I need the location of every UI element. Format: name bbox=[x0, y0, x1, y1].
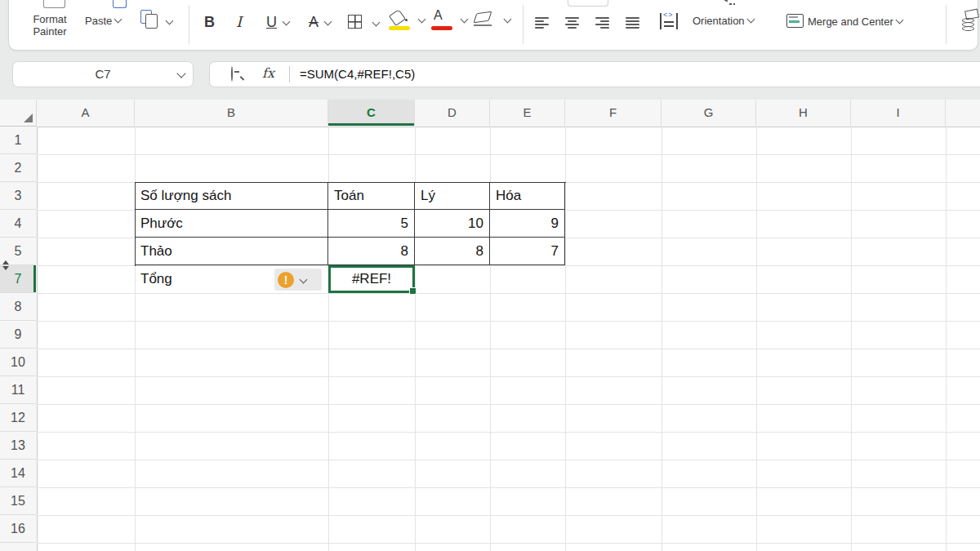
ribbon-divider bbox=[946, 5, 947, 44]
font-color-button[interactable]: A bbox=[431, 8, 470, 36]
gridline-horizontal bbox=[37, 543, 980, 544]
data-table-frame bbox=[135, 182, 566, 266]
merge-icon bbox=[786, 14, 804, 28]
select-all-icon bbox=[24, 113, 33, 122]
text-direction-brackets: <> bbox=[663, 11, 674, 19]
orientation-label: Orientation bbox=[693, 15, 745, 27]
orientation-button[interactable]: Orientation bbox=[693, 15, 754, 27]
error-icon: ! bbox=[278, 272, 294, 288]
chevron-down-icon bbox=[300, 276, 308, 284]
italic-button[interactable]: I bbox=[236, 11, 242, 33]
row-header-1[interactable]: 1 bbox=[0, 127, 36, 154]
gridline-horizontal bbox=[37, 460, 980, 460]
cylinder-icon-3 bbox=[962, 26, 974, 31]
chevron-down-icon bbox=[372, 19, 381, 27]
column-header-A[interactable]: A bbox=[37, 100, 135, 126]
borders-button[interactable] bbox=[348, 15, 384, 31]
borders-icon bbox=[348, 15, 362, 29]
chevron-down-icon bbox=[324, 18, 332, 26]
chevron-down-icon bbox=[504, 16, 512, 24]
row-header-13[interactable]: 13 bbox=[0, 432, 36, 460]
column-header-H[interactable]: H bbox=[756, 100, 851, 126]
align-center-button[interactable] bbox=[565, 17, 579, 29]
column-header-G[interactable]: G bbox=[662, 100, 756, 126]
gridline-horizontal bbox=[37, 404, 980, 405]
gridline-horizontal bbox=[37, 349, 980, 349]
ribbon-divider bbox=[189, 5, 189, 44]
text-direction-button[interactable]: <> bbox=[660, 13, 678, 31]
cut-orientation-icon-fragment bbox=[715, 0, 735, 7]
gridline-horizontal bbox=[37, 321, 980, 322]
column-header-E[interactable]: E bbox=[490, 100, 565, 126]
clear-button[interactable] bbox=[474, 11, 514, 33]
eraser-icon bbox=[474, 11, 492, 23]
italic-label: I bbox=[236, 13, 242, 30]
column-header-I[interactable]: I bbox=[851, 100, 946, 126]
fill-handle[interactable] bbox=[409, 287, 416, 295]
gridline-horizontal bbox=[37, 154, 980, 155]
row-header-2[interactable]: 2 bbox=[0, 154, 36, 182]
merge-and-center-label: Merge and Center bbox=[808, 16, 902, 28]
paste-button[interactable]: Paste bbox=[85, 15, 121, 27]
data-stack-button[interactable] bbox=[960, 10, 978, 34]
row-header-11[interactable]: 11 bbox=[0, 376, 36, 404]
copy-icon-front bbox=[145, 14, 158, 29]
row-header-16[interactable]: 16 bbox=[0, 515, 36, 543]
chevron-down-icon bbox=[746, 16, 755, 24]
ribbon-divider bbox=[523, 5, 523, 44]
cut-icon-fragment bbox=[43, 0, 65, 8]
zoom-out-icon[interactable] bbox=[231, 66, 233, 82]
font-color-swatch bbox=[431, 26, 452, 30]
fill-color-icon bbox=[389, 9, 406, 26]
fill-color-drop bbox=[405, 19, 408, 21]
chevron-down-icon bbox=[283, 18, 291, 26]
unhide-up-icon bbox=[2, 260, 9, 264]
formula-bar-divider bbox=[289, 66, 290, 82]
cut-dropdown-fragment bbox=[568, 0, 608, 7]
gridline-horizontal bbox=[37, 293, 980, 294]
cut-icon-fragment-paste bbox=[113, 0, 127, 8]
hidden-row-indicator[interactable] bbox=[1, 258, 11, 273]
row-header-12[interactable]: 12 bbox=[0, 404, 36, 432]
column-header-B[interactable]: B bbox=[135, 100, 328, 126]
align-right-button[interactable] bbox=[595, 17, 609, 29]
chevron-down-icon bbox=[461, 16, 469, 24]
fill-color-button[interactable] bbox=[389, 10, 428, 36]
row-header-9[interactable]: 9 bbox=[0, 321, 36, 349]
strikethrough-button[interactable]: A bbox=[309, 11, 331, 33]
underline-label: U bbox=[266, 14, 277, 30]
name-box[interactable]: C7 bbox=[12, 61, 194, 87]
chevron-down-icon bbox=[895, 16, 903, 24]
select-all-corner[interactable] bbox=[0, 100, 37, 127]
row-header-3[interactable]: 3 bbox=[0, 182, 36, 210]
chevron-down-icon bbox=[114, 16, 122, 24]
selected-cell-C7[interactable]: #REF! bbox=[328, 265, 415, 293]
copy-button[interactable] bbox=[140, 10, 176, 33]
row-header-4[interactable]: 4 bbox=[0, 210, 36, 238]
format-painter-button[interactable]: Format Painter bbox=[23, 13, 77, 38]
unhide-down-icon bbox=[2, 266, 9, 270]
format-painter-label: Format Painter bbox=[33, 13, 66, 38]
column-header-F[interactable]: F bbox=[565, 100, 662, 126]
column-header-D[interactable]: D bbox=[415, 100, 490, 126]
row-header-14[interactable]: 14 bbox=[0, 460, 36, 487]
column-header-C[interactable]: C bbox=[328, 100, 415, 126]
formula-bar[interactable]: fx =SUM(C4,#REF!,C5) bbox=[209, 61, 980, 87]
bold-label: B bbox=[204, 14, 215, 30]
align-left-button[interactable] bbox=[535, 17, 549, 29]
paste-label: Paste bbox=[85, 15, 112, 27]
justify-button[interactable] bbox=[626, 17, 639, 29]
row-header-8[interactable]: 8 bbox=[0, 293, 36, 321]
insert-function-icon[interactable]: fx bbox=[262, 65, 274, 81]
chevron-down-icon bbox=[418, 16, 426, 24]
gridline-horizontal bbox=[37, 515, 980, 516]
row-header-15[interactable]: 15 bbox=[0, 487, 36, 515]
error-options-button[interactable]: ! bbox=[274, 269, 322, 291]
merge-and-center-button[interactable]: Merge and Center bbox=[786, 13, 933, 31]
underline-button[interactable]: U bbox=[266, 11, 289, 33]
formula-input[interactable]: =SUM(C4,#REF!,C5) bbox=[300, 67, 415, 81]
fill-color-swatch bbox=[389, 26, 410, 30]
bold-button[interactable]: B bbox=[204, 11, 215, 33]
row-header-10[interactable]: 10 bbox=[0, 349, 36, 376]
text-direction-bar-right bbox=[676, 13, 678, 29]
